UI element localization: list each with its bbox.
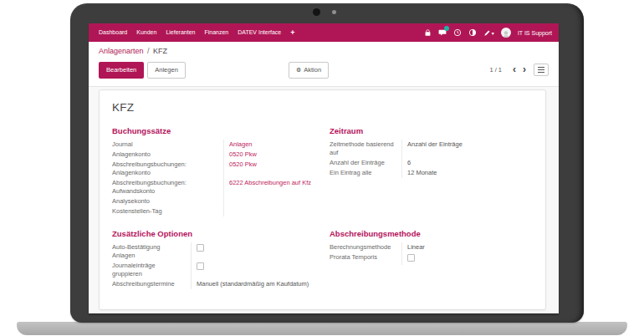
field-row-anlagenkonto: Anlagenkonto 0520 Pkw bbox=[112, 150, 321, 160]
field-row-anzahl-eintraege: Anzahl der Einträge 6 bbox=[330, 158, 524, 168]
user-name[interactable]: IT IS Support bbox=[518, 30, 552, 36]
section-buchungssaetze: Buchungssätze Journal Anlagen Anlagenkon… bbox=[112, 126, 330, 216]
section-zeitraum: Zeitraum Zeitmethode basierend auf Anzah… bbox=[330, 126, 533, 216]
section-heading: Buchungssätze bbox=[112, 126, 330, 135]
caret-down-icon: ▾ bbox=[492, 30, 494, 36]
field-row-journal: Journal Anlagen bbox=[112, 140, 321, 150]
field-value-link[interactable]: Anlagen bbox=[229, 140, 253, 148]
form-group-2: Zusätzliche Optionen Auto-Bestätigung An… bbox=[112, 229, 533, 289]
breadcrumb-current: KFZ bbox=[153, 47, 167, 55]
form-view-area: KFZ Buchungssätze Journal Anlagen Anlage… bbox=[89, 87, 559, 314]
messages-icon[interactable] bbox=[438, 28, 447, 37]
main-menu: Dashboard Kunden Lieferanten Finanzen DA… bbox=[95, 23, 295, 42]
shop-bag-icon[interactable] bbox=[424, 29, 432, 37]
action-menu-label: Aktion bbox=[304, 67, 321, 74]
action-menu-button[interactable]: ⚙ Aktion bbox=[289, 62, 329, 79]
journaleintraege-gruppieren-checkbox[interactable] bbox=[197, 262, 204, 270]
field-label: Auto-Bestätigung Anlagen bbox=[112, 242, 192, 261]
list-icon bbox=[538, 67, 544, 73]
create-button[interactable]: Anlegen bbox=[147, 62, 186, 79]
field-value: Linear bbox=[407, 243, 425, 251]
edit-pencil-icon[interactable]: ▾ bbox=[483, 29, 494, 37]
field-label: Anzahl der Einträge bbox=[330, 158, 402, 168]
field-value: 6 bbox=[407, 159, 411, 166]
field-row-prorata-temporis: Prorata Temporis bbox=[330, 252, 524, 265]
field-label: Berechnungsmethode bbox=[330, 242, 402, 252]
field-label: Prorata Temporis bbox=[330, 252, 402, 265]
field-row-abschreibung-anlagenkonto: Abschreibungsbuchungen: Anlagenkonto 052… bbox=[112, 160, 321, 178]
section-heading: Zeitraum bbox=[330, 126, 533, 135]
add-menu-icon[interactable]: + bbox=[290, 23, 294, 42]
field-row-auto-bestaetigung: Auto-Bestätigung Anlagen bbox=[112, 242, 321, 261]
pager-next-button[interactable]: › bbox=[519, 66, 529, 74]
control-panel: Anlagenarten / KFZ Bearbeiten Anlegen ⚙ … bbox=[89, 42, 559, 87]
field-value-link[interactable]: 0520 Pkw bbox=[229, 160, 257, 168]
action-menu-wrap: ⚙ Aktion bbox=[289, 62, 329, 79]
field-value-link[interactable]: 0520 Pkw bbox=[229, 150, 257, 158]
section-heading: Abschreibungsmethode bbox=[330, 229, 533, 238]
app-window: Dashboard Kunden Lieferanten Finanzen DA… bbox=[89, 23, 559, 313]
laptop-bezel: Dashboard Kunden Lieferanten Finanzen DA… bbox=[70, 3, 584, 323]
camera-led-dot bbox=[332, 10, 336, 14]
section-zusaetzliche-optionen: Zusätzliche Optionen Auto-Bestätigung An… bbox=[112, 229, 330, 289]
field-row-analysekonto: Analysekonto bbox=[112, 196, 321, 206]
prorata-temporis-checkbox[interactable] bbox=[407, 254, 415, 262]
nav-item-kunden[interactable]: Kunden bbox=[136, 23, 156, 42]
navbar-systray: ▾ IT IS Support bbox=[424, 28, 552, 38]
field-label: Zeitmethode basierend auf bbox=[330, 140, 402, 158]
field-value: Manuell (standardmäßig am Kaufdatum) bbox=[197, 280, 309, 288]
field-label: Journal bbox=[112, 140, 224, 150]
field-label: Kostenstellen-Tag bbox=[112, 206, 224, 216]
field-row-eintrag-alle: Ein Eintrag alle 12 Monate bbox=[330, 168, 524, 178]
list-view-button[interactable] bbox=[534, 64, 549, 76]
field-label: Abschreibungstermine bbox=[112, 279, 192, 289]
field-row-abschreibung-aufwandskonto: Abschreibungsbuchungen: Aufwandskonto 62… bbox=[112, 178, 321, 196]
nav-item-datev-interface[interactable]: DATEV Interface bbox=[238, 23, 281, 42]
nav-item-finanzen[interactable]: Finanzen bbox=[204, 23, 228, 42]
activities-clock-icon[interactable] bbox=[453, 28, 462, 37]
field-row-kostenstellen-tag: Kostenstellen-Tag bbox=[112, 206, 321, 216]
field-row-journaleintraege-gruppieren: Journaleinträge gruppieren bbox=[112, 261, 321, 279]
form-group-1: Buchungssätze Journal Anlagen Anlagenkon… bbox=[112, 126, 533, 216]
section-heading: Zusätzliche Optionen bbox=[112, 229, 330, 238]
field-value: 12 Monate bbox=[407, 169, 437, 176]
field-row-berechnungsmethode: Berechnungsmethode Linear bbox=[330, 242, 524, 252]
contrast-icon[interactable] bbox=[468, 28, 477, 37]
section-abschreibungsmethode: Abschreibungsmethode Berechnungsmethode … bbox=[330, 229, 533, 289]
breadcrumb-separator: / bbox=[147, 47, 150, 55]
nav-item-dashboard[interactable]: Dashboard bbox=[99, 23, 127, 42]
field-value: Anzahl der Einträge bbox=[407, 140, 463, 148]
field-row-abschreibungstermine: Abschreibungstermine Manuell (standardmä… bbox=[112, 279, 321, 289]
field-label: Abschreibungsbuchungen: Aufwandskonto bbox=[112, 178, 224, 196]
record-title: KFZ bbox=[112, 101, 533, 114]
field-label: Analysekonto bbox=[112, 196, 224, 206]
field-row-zeitmethode: Zeitmethode basierend auf Anzahl der Ein… bbox=[330, 140, 524, 158]
field-label: Abschreibungsbuchungen: Anlagenkonto bbox=[112, 160, 224, 178]
field-label: Journaleinträge gruppieren bbox=[112, 261, 192, 279]
button-row: Bearbeiten Anlegen ⚙ Aktion 1 / 1 ‹ › bbox=[99, 62, 549, 79]
field-label: Anlagenkonto bbox=[112, 150, 224, 160]
form-sheet: KFZ Buchungssätze Journal Anlagen Anlage… bbox=[99, 89, 546, 311]
field-value-link[interactable]: 6222 Abschreibungen auf Kfz bbox=[229, 179, 311, 186]
pager: 1 / 1 ‹ › bbox=[489, 64, 549, 76]
camera-dot bbox=[313, 8, 320, 16]
breadcrumb: Anlagenarten / KFZ bbox=[99, 47, 549, 56]
notification-badge bbox=[444, 26, 449, 31]
edit-button[interactable]: Bearbeiten bbox=[99, 62, 144, 79]
laptop-mockup: Dashboard Kunden Lieferanten Finanzen DA… bbox=[0, 0, 644, 336]
gear-icon: ⚙ bbox=[296, 67, 301, 73]
nav-item-lieferanten[interactable]: Lieferanten bbox=[166, 23, 195, 42]
breadcrumb-parent[interactable]: Anlagenarten bbox=[99, 47, 144, 55]
pager-previous-button[interactable]: ‹ bbox=[509, 66, 519, 74]
user-avatar[interactable] bbox=[501, 28, 511, 38]
auto-bestaetigung-checkbox[interactable] bbox=[197, 244, 204, 252]
pager-value: 1 / 1 bbox=[489, 66, 502, 74]
field-label: Ein Eintrag alle bbox=[330, 168, 402, 178]
laptop-base bbox=[17, 322, 627, 335]
top-navbar: Dashboard Kunden Lieferanten Finanzen DA… bbox=[89, 23, 559, 42]
